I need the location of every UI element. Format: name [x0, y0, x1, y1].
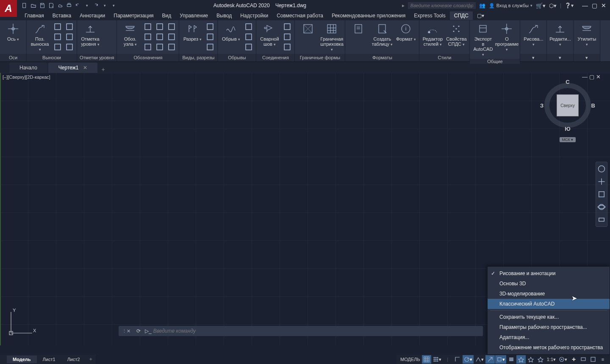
new-icon[interactable] [20, 1, 29, 10]
status-snap-icon[interactable]: ▾ [432, 355, 443, 364]
ribbon-small-button[interactable] [53, 22, 62, 31]
undo-dropdown-icon[interactable]: ▾ [83, 1, 91, 10]
save-icon[interactable] [38, 1, 47, 10]
ribbon-small-button[interactable] [283, 22, 292, 31]
status-model[interactable]: МОДЕЛЬ [399, 355, 421, 364]
ribbon-small-button[interactable] [283, 32, 292, 41]
ribbon-small-button[interactable] [283, 42, 292, 52]
status-clean-icon[interactable] [588, 355, 598, 364]
ribbon-button[interactable]: Ось ▾ [3, 22, 24, 42]
showmotion-icon[interactable] [597, 215, 606, 224]
viewport-label[interactable]: [–][Сверху][2D-каркас] [3, 74, 50, 80]
workspace-menu-item[interactable]: Сохранить текущее как... [488, 312, 610, 322]
ribbon-small-button[interactable] [205, 22, 215, 31]
open-icon[interactable] [29, 1, 38, 10]
status-workspace-icon[interactable]: ▾ [557, 355, 568, 364]
ribbon-small-button[interactable] [244, 42, 253, 52]
ribbon-button[interactable]: Поз.выноска ▾ [29, 22, 50, 52]
ribbon-button[interactable]: Создатьтаблицу ▾ [372, 22, 393, 47]
viewcube-west[interactable]: З [540, 102, 543, 109]
menu-tab[interactable]: Главная [20, 11, 48, 20]
ribbon-small-button[interactable] [65, 32, 74, 41]
app-menu-icon[interactable]: ⬡▾ [549, 3, 557, 9]
sign-in-button[interactable]: 👤 Вход в службы ▾ [489, 3, 532, 8]
ribbon-small-button[interactable] [244, 22, 253, 31]
ribbon-small-button[interactable] [155, 22, 164, 31]
ribbon-button[interactable]: Редакти... ▾ [549, 22, 571, 47]
saveas-icon[interactable] [47, 1, 55, 10]
pan-icon[interactable] [597, 177, 606, 186]
status-lineweight-icon[interactable] [507, 355, 516, 364]
status-annoscale-icon[interactable] [516, 355, 526, 364]
menu-tab[interactable]: Аннотации [75, 11, 109, 20]
viewcube-face[interactable]: Сверху [557, 94, 579, 116]
ribbon-small-button[interactable] [65, 42, 74, 52]
ribbon-button[interactable]: Рисова... ▾ [523, 22, 544, 47]
cloud-icon[interactable] [56, 1, 64, 10]
menu-tab[interactable]: Совместная работа [272, 11, 327, 20]
layout-tab[interactable]: Лист1 [37, 356, 61, 363]
plot-icon[interactable] [65, 1, 73, 10]
ribbon-button[interactable] [297, 22, 319, 36]
ribbon-button[interactable]: Граничнаяштриховка ▾ [321, 22, 342, 52]
viewcube[interactable]: Сверху С Ю В З МСК ▾ [542, 83, 593, 142]
status-ortho-icon[interactable] [453, 355, 462, 364]
ribbon-small-button[interactable] [244, 32, 253, 41]
workspace-menu-item[interactable]: Адаптация... [488, 332, 610, 342]
menu-tab[interactable]: Параметризация [109, 11, 158, 20]
close-icon[interactable]: ✕ [600, 2, 607, 9]
ribbon-button[interactable]: Разрез ▾ [182, 22, 203, 42]
layout-tab[interactable]: Лист2 [61, 356, 86, 363]
qat-customize-icon[interactable]: ▾ [109, 1, 118, 10]
steering-wheel-icon[interactable] [597, 165, 606, 173]
undo-icon[interactable] [74, 1, 82, 10]
viewport-maximize-icon[interactable]: ▢ [589, 74, 594, 80]
ribbon-overflow-icon[interactable]: ▢▾ [473, 11, 485, 20]
ribbon-button[interactable]: О программе ▾ [496, 22, 517, 52]
maximize-icon[interactable]: ▢ [591, 2, 598, 9]
workspace-menu-item[interactable]: Основы 3D [488, 279, 610, 289]
tab-close-icon[interactable]: ✕ [83, 65, 87, 71]
orbit-icon[interactable] [597, 203, 606, 211]
ribbon-small-button[interactable] [167, 42, 176, 52]
status-iso-icon[interactable]: ▾ [474, 355, 485, 364]
ribbon-button[interactable]: Утилиты ▾ [576, 22, 597, 47]
ribbon-button[interactable]: Сварной шов ▾ [259, 22, 280, 47]
search-input[interactable] [408, 2, 476, 9]
ribbon-button[interactable]: СвойстваСПДС ▾ [446, 22, 467, 47]
viewcube-south[interactable]: Ю [565, 126, 570, 132]
command-line[interactable]: ⋮✕ ⟳ ▷_ [119, 326, 483, 336]
cmdline-recent-icon[interactable]: ⟳ [134, 328, 143, 334]
ribbon-small-button[interactable] [205, 32, 215, 41]
ribbon-button[interactable] [348, 22, 369, 36]
ribbon-small-button[interactable] [65, 22, 74, 31]
menu-tab[interactable]: Управление [175, 11, 212, 20]
workspace-menu-item[interactable]: Рисование и аннотации [488, 268, 610, 279]
ribbon-button[interactable]: iФормат ▾ [395, 22, 416, 42]
status-monitor-icon[interactable] [579, 355, 588, 364]
ribbon-small-button[interactable] [167, 22, 176, 31]
ribbon-button[interactable]: Отметкауровня ▾ [80, 22, 101, 47]
status-scale[interactable]: 1:1▾ [546, 355, 557, 364]
status-grid-icon[interactable] [422, 355, 431, 364]
ribbon-small-button[interactable] [167, 32, 176, 41]
ribbon-button[interactable]: Экспортв AutoCAD ▾ [472, 22, 494, 57]
add-layout-button[interactable]: + [86, 356, 96, 362]
menu-tab[interactable]: Вид [158, 11, 176, 20]
viewport-close-icon[interactable]: ✕ [596, 74, 601, 80]
menu-tab[interactable]: Надстройки [236, 11, 272, 20]
zoom-extents-icon[interactable] [597, 190, 606, 199]
document-tab[interactable]: Чертеж1✕ [48, 63, 97, 73]
ribbon-small-button[interactable] [53, 32, 62, 41]
status-osnap-icon[interactable]: ▾ [495, 355, 506, 364]
ribbon-small-button[interactable] [143, 22, 152, 31]
viewcube-north[interactable]: С [566, 79, 569, 85]
ribbon-small-button[interactable] [155, 32, 164, 41]
help-icon[interactable]: ❔▾ [565, 3, 574, 8]
app-logo[interactable]: A [0, 0, 17, 17]
cmdline-handle-icon[interactable]: ⋮✕ [119, 328, 134, 334]
workspace-menu-item[interactable]: 3D-моделирование [488, 289, 610, 299]
menu-tab[interactable]: Express Tools [410, 11, 449, 20]
minimize-icon[interactable]: — [581, 2, 589, 9]
ucs-icon[interactable]: Y X [7, 308, 36, 339]
